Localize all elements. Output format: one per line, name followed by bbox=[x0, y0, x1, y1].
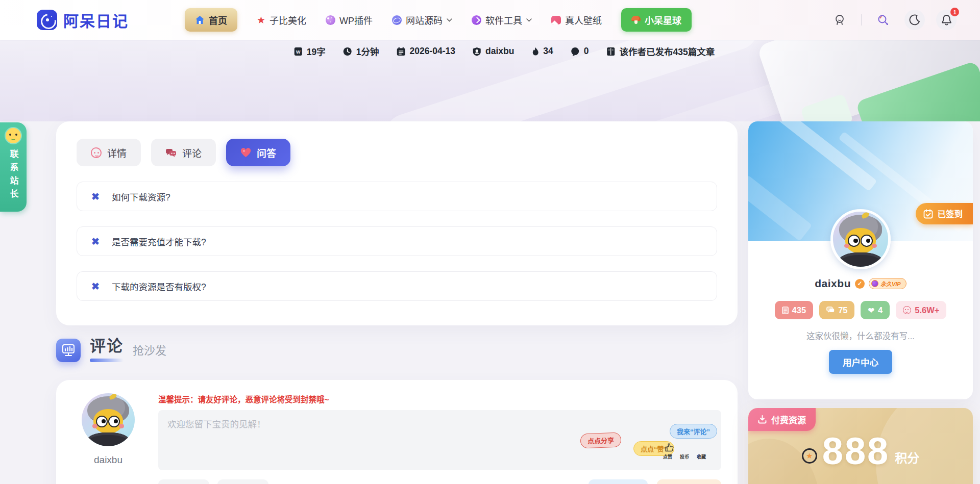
svg-text:W: W bbox=[296, 49, 301, 55]
tab-details[interactable]: 详情 bbox=[77, 139, 141, 166]
article-stat-icon bbox=[782, 307, 789, 314]
faq-item[interactable]: ✖ 下载的资源是否有版权? bbox=[77, 271, 717, 301]
notification-badge: 1 bbox=[950, 8, 959, 16]
chevron-down-icon bbox=[447, 18, 452, 22]
nav-item-label: 软件工具 bbox=[485, 13, 522, 27]
author-icon bbox=[473, 47, 481, 56]
submit-comment-button[interactable]: 提交评论 bbox=[589, 479, 648, 484]
stat-views[interactable]: 5.6W+ bbox=[896, 301, 946, 319]
join-vip-button[interactable]: ✦ 加入VIP bbox=[657, 479, 721, 484]
faq-question: 下载的资源是否有版权? bbox=[112, 280, 206, 293]
article-tabs: 详情 评论 问答 bbox=[77, 139, 717, 166]
paid-resource-card[interactable]: 付费资源 ★ 888 积分 bbox=[748, 408, 973, 484]
contact-webmaster-widget[interactable]: 联系站长 bbox=[0, 122, 27, 212]
bubbles-icon bbox=[165, 148, 177, 158]
header: 阿呆日记 首页 ★ 子比美化 WP插件 网站源码 软件工具 真人壁纸 bbox=[0, 0, 980, 40]
nav-item-source-code[interactable]: 网站源码 bbox=[392, 13, 452, 27]
nav-item-zibi[interactable]: ★ 子比美化 bbox=[257, 13, 306, 27]
emoji-button[interactable]: 表情 bbox=[158, 479, 209, 484]
comment-stat-icon bbox=[826, 307, 835, 314]
calendar-check-icon bbox=[923, 209, 933, 219]
header-actions: 1 bbox=[829, 10, 957, 30]
calendar-icon bbox=[396, 47, 405, 56]
chart-monitor-icon bbox=[56, 339, 81, 362]
faq-item[interactable]: ✖ 是否需要充值才能下载? bbox=[77, 226, 717, 256]
stat-likes[interactable]: ❤ 4 bbox=[861, 301, 890, 319]
medal-button[interactable] bbox=[829, 10, 850, 30]
tab-label: 评论 bbox=[182, 146, 202, 160]
document-icon: W bbox=[294, 47, 303, 56]
divider bbox=[861, 14, 862, 26]
meta-views: 34 bbox=[531, 46, 553, 57]
avatar[interactable] bbox=[82, 393, 135, 446]
thumbs-up-icon bbox=[664, 442, 674, 452]
nav-item-software-tools[interactable]: 软件工具 bbox=[472, 13, 532, 27]
tab-qa[interactable]: 问答 bbox=[226, 139, 290, 166]
moon-icon bbox=[909, 14, 920, 26]
comments-title: 评论 bbox=[90, 333, 124, 356]
image-button[interactable]: 图片 bbox=[217, 479, 268, 484]
details-face-icon bbox=[91, 147, 102, 158]
comments-heading: 评论 抢沙发 bbox=[56, 333, 166, 362]
meta-author[interactable]: daixbu bbox=[473, 46, 514, 57]
points-value: 888 bbox=[822, 432, 890, 470]
sticker-comment: 我来“评论” bbox=[670, 424, 717, 439]
nav-item-planet[interactable]: 小呆星球 bbox=[621, 8, 692, 32]
stat-articles[interactable]: 435 bbox=[775, 301, 814, 319]
meta-read-time: 1分钟 bbox=[343, 45, 379, 58]
vip-gem-icon bbox=[871, 280, 878, 287]
support-emoji-icon bbox=[5, 127, 22, 144]
comment-input[interactable] bbox=[158, 410, 721, 470]
x-mark-icon: ✖ bbox=[91, 237, 100, 246]
meta-author-note: 该作者已发布435篇文章 bbox=[606, 45, 715, 58]
signed-in-label: 已签到 bbox=[938, 208, 963, 220]
commenter-column: daixbu bbox=[72, 393, 144, 484]
sticker-share: 点点分享 bbox=[580, 432, 622, 449]
clock-icon bbox=[343, 47, 352, 56]
search-button[interactable] bbox=[873, 10, 893, 30]
x-mark-icon: ✖ bbox=[91, 282, 100, 291]
main-nav: 首页 ★ 子比美化 WP插件 网站源码 软件工具 真人壁纸 小呆星球 bbox=[185, 8, 692, 32]
comment-icon bbox=[571, 47, 580, 56]
stat-comments[interactable]: 75 bbox=[819, 301, 854, 319]
comment-card: daixbu 温馨提示：请友好评论，恶意评论将受到封禁哦~ 点点分享 点点“赞”… bbox=[56, 380, 738, 484]
mushroom-icon bbox=[631, 16, 641, 24]
action-favorite: 收藏 bbox=[697, 453, 706, 460]
faq-item[interactable]: ✖ 如何下载资源? bbox=[77, 182, 717, 211]
search-icon bbox=[877, 14, 889, 26]
article-tabs-card: 详情 评论 问答 ✖ 如何下载资源? ✖ 是否需要充值才能下载? ✖ 下载的资源… bbox=[56, 121, 738, 325]
paid-resource-badge: 付费资源 bbox=[748, 408, 816, 431]
profile-username[interactable]: daixbu bbox=[815, 277, 851, 290]
nav-item-wallpapers[interactable]: 真人壁纸 bbox=[551, 13, 602, 27]
signed-in-badge[interactable]: 已签到 bbox=[916, 203, 973, 224]
logo-text: 阿呆日记 bbox=[63, 9, 129, 31]
user-center-button[interactable]: 用户中心 bbox=[829, 350, 892, 374]
meta-date: 2026-04-13 bbox=[396, 46, 455, 57]
tool-icon bbox=[472, 15, 481, 25]
nav-item-label: 子比美化 bbox=[270, 13, 306, 27]
comment-toolbar: 表情 图片 提交评论 ✦ 加入VIP bbox=[158, 479, 721, 484]
nav-item-label: WP插件 bbox=[339, 13, 373, 27]
action-like: 点赞 bbox=[663, 453, 672, 460]
site-logo[interactable]: 阿呆日记 bbox=[37, 9, 129, 31]
notifications-button[interactable]: 1 bbox=[936, 10, 957, 30]
meta-comments: 0 bbox=[571, 46, 589, 57]
comment-form: 温馨提示：请友好评论，恶意评论将受到封禁哦~ 点点分享 点点“赞” 我来“评论”… bbox=[158, 393, 721, 484]
wallpaper-icon bbox=[551, 16, 561, 24]
comments-title-wrap: 评论 bbox=[90, 333, 124, 362]
points-unit: 积分 bbox=[895, 448, 919, 466]
meta-word-count: W 19字 bbox=[294, 45, 326, 58]
globe-icon bbox=[392, 15, 402, 25]
faq-question: 如何下载资源? bbox=[112, 190, 170, 203]
nav-item-wp-plugins[interactable]: WP插件 bbox=[326, 13, 373, 27]
chevron-down-icon bbox=[526, 18, 532, 22]
nav-item-home[interactable]: 首页 bbox=[185, 8, 237, 32]
coin-icon: ★ bbox=[802, 448, 817, 464]
tab-comments[interactable]: 评论 bbox=[151, 139, 216, 166]
commenter-name: daixbu bbox=[72, 454, 144, 466]
profile-avatar[interactable] bbox=[830, 209, 891, 269]
dark-mode-button[interactable] bbox=[904, 10, 925, 30]
home-icon bbox=[195, 15, 205, 24]
article-meta: W 19字 1分钟 2026-04-13 daixbu 34 0 该作者已发布4… bbox=[294, 45, 715, 58]
comments-subtitle: 抢沙发 bbox=[133, 341, 166, 362]
